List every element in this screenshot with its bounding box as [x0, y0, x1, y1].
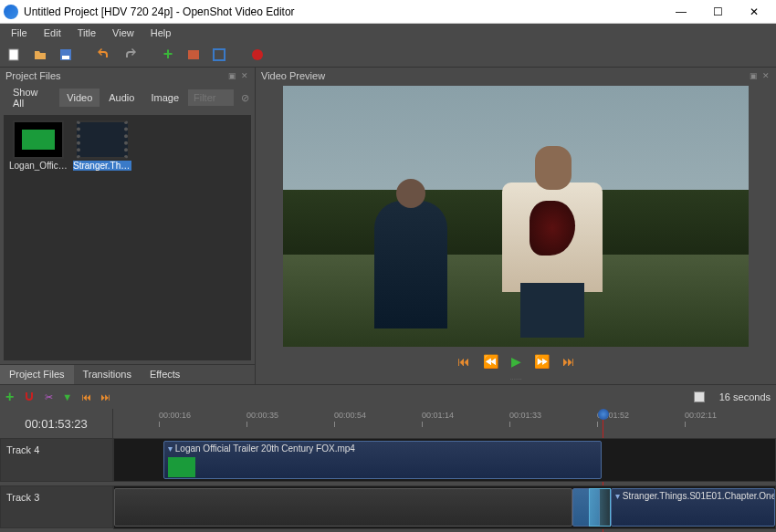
clip-label: Logan Official Trailer 20th Century FOX.…	[175, 443, 355, 454]
tick: 00:01:14	[422, 411, 454, 420]
filter-video[interactable]: Video	[59, 89, 100, 107]
undo-icon[interactable]	[95, 46, 113, 64]
prev-marker-icon[interactable]: ⏮	[81, 391, 91, 402]
timeline-ruler[interactable]: 00:01:53:23 00:00:16 00:00:35 00:00:54 0…	[0, 409, 776, 438]
menu-view[interactable]: View	[105, 26, 142, 40]
fast-forward-icon[interactable]: ⏩	[534, 354, 550, 369]
open-project-icon[interactable]	[31, 46, 49, 64]
rewind-icon[interactable]: ⏪	[483, 354, 498, 369]
clip-thumbnail	[168, 457, 195, 477]
track-area[interactable]: ▾ Logan Official Trailer 20th Century FO…	[113, 438, 776, 532]
preview-frame	[283, 86, 749, 347]
track-label[interactable]: Track 4	[0, 438, 113, 482]
zoom-label: 16 seconds	[719, 391, 771, 402]
tick: 00:01:33	[509, 411, 541, 420]
file-label: Logan_Official_...	[9, 161, 68, 171]
close-button[interactable]: ✕	[736, 1, 772, 23]
file-thumbnail	[13, 120, 64, 159]
video-preview-header: Video Preview ▣ ✕	[256, 68, 776, 84]
video-preview-title: Video Preview	[261, 70, 325, 81]
undock-icon[interactable]: ▣ ✕	[228, 71, 249, 80]
filter-bar: Show All Video Audio Image ⊘	[0, 84, 255, 111]
new-project-icon[interactable]	[5, 46, 24, 64]
svg-rect-2	[62, 56, 69, 59]
track-label[interactable]: Track 3	[0, 485, 113, 529]
track-name: Track 4	[6, 444, 39, 455]
clip-label: Stranger.Things.S01E01.Chapter.One.The.V…	[623, 491, 775, 501]
timeline-toolbar: + ✂ ▼ ⏮ ⏭ 16 seconds	[0, 385, 776, 409]
menu-file[interactable]: File	[4, 26, 35, 40]
undock-icon[interactable]: ▣ ✕	[750, 71, 771, 80]
menu-help[interactable]: Help	[143, 26, 179, 40]
import-files-icon[interactable]: +	[159, 46, 177, 64]
snap-icon[interactable]	[23, 390, 36, 404]
track-row[interactable]: ▾ Logan Official Trailer 20th Century FO…	[113, 438, 776, 482]
svg-rect-4	[214, 49, 225, 60]
clip[interactable]	[114, 488, 572, 527]
clip[interactable]: ▾ Stranger.Things.S01E01.Chapter.One.The…	[611, 488, 775, 527]
maximize-button[interactable]: ☐	[699, 1, 736, 23]
main-toolbar: +	[0, 42, 776, 68]
track-labels: Track 4 Track 3	[0, 438, 113, 532]
filter-audio[interactable]: Audio	[101, 89, 142, 107]
project-files-header: Project Files ▣ ✕	[0, 68, 255, 84]
bottom-tabs: Project Files Transitions Effects	[0, 364, 255, 384]
file-item[interactable]: Stranger.Things....	[73, 120, 131, 171]
transition[interactable]	[589, 488, 611, 527]
jump-end-icon[interactable]: ⏭	[562, 354, 575, 369]
filter-input[interactable]	[188, 89, 234, 106]
timeline-panel: + ✂ ▼ ⏮ ⏭ 16 seconds 00:01:53:23 00:00:1…	[0, 384, 776, 532]
track-name: Track 3	[6, 492, 39, 503]
menu-edit[interactable]: Edit	[37, 26, 68, 40]
track-row[interactable]: ▾ Stranger.Things.S01E01.Chapter.One.The…	[113, 485, 776, 529]
clear-filter-icon[interactable]: ⊘	[241, 92, 249, 104]
resize-handle[interactable]: ······	[256, 375, 776, 384]
tracks-area: Track 4 Track 3 ▾ Logan Official Trailer…	[0, 438, 776, 532]
export-icon[interactable]	[248, 46, 267, 64]
preview-area[interactable]	[256, 84, 776, 348]
jump-start-icon[interactable]: ⏮	[457, 354, 470, 369]
filter-show-all[interactable]: Show All	[5, 83, 58, 112]
profile-icon[interactable]	[184, 46, 203, 64]
tick: 00:00:16	[159, 411, 191, 420]
tab-effects[interactable]: Effects	[141, 365, 189, 384]
app-icon	[4, 5, 18, 19]
redo-icon[interactable]	[121, 46, 139, 64]
menu-title[interactable]: Title	[70, 26, 103, 40]
title-bar: Untitled Project [HDV 720 24p] - OpenSho…	[0, 0, 776, 24]
tab-transitions[interactable]: Transitions	[74, 365, 141, 384]
zoom-checkbox[interactable]	[694, 391, 705, 402]
svg-point-5	[252, 49, 263, 60]
tick: 00:02:11	[685, 411, 717, 420]
menu-bar: File Edit Title View Help	[0, 24, 776, 42]
window-title: Untitled Project [HDV 720 24p] - OpenSho…	[24, 5, 663, 18]
tick: 00:00:54	[334, 411, 366, 420]
tick: 00:00:35	[246, 411, 278, 420]
next-marker-icon[interactable]: ⏭	[100, 391, 110, 402]
filter-image[interactable]: Image	[143, 89, 186, 107]
minimize-button[interactable]: —	[663, 1, 699, 23]
file-item[interactable]: Logan_Official_...	[9, 120, 68, 171]
timecode-display: 00:01:53:23	[0, 409, 113, 438]
project-files-title: Project Files	[5, 70, 61, 81]
add-marker-icon[interactable]: ▼	[62, 391, 72, 402]
razor-icon[interactable]: ✂	[45, 391, 53, 403]
ruler-ticks[interactable]: 00:00:16 00:00:35 00:00:54 00:01:14 00:0…	[113, 409, 776, 438]
file-thumbnail	[77, 120, 128, 159]
file-list[interactable]: Logan_Official_... Stranger.Things....	[4, 115, 251, 360]
svg-rect-3	[188, 50, 199, 59]
fullscreen-icon[interactable]	[210, 46, 228, 64]
file-label: Stranger.Things....	[73, 161, 131, 171]
clip[interactable]: ▾ Logan Official Trailer 20th Century FO…	[163, 441, 602, 479]
left-panel: Project Files ▣ ✕ Show All Video Audio I…	[0, 68, 256, 384]
main-area: Project Files ▣ ✕ Show All Video Audio I…	[0, 68, 776, 384]
play-icon[interactable]: ▶	[511, 354, 521, 369]
right-panel: Video Preview ▣ ✕ ⏮ ⏪ ▶ ⏩ ⏭ ······	[256, 68, 776, 384]
playback-controls: ⏮ ⏪ ▶ ⏩ ⏭	[256, 348, 776, 375]
add-track-icon[interactable]: +	[5, 389, 14, 405]
save-project-icon[interactable]	[57, 46, 75, 64]
tab-project-files[interactable]: Project Files	[0, 365, 74, 384]
svg-rect-0	[9, 49, 18, 60]
